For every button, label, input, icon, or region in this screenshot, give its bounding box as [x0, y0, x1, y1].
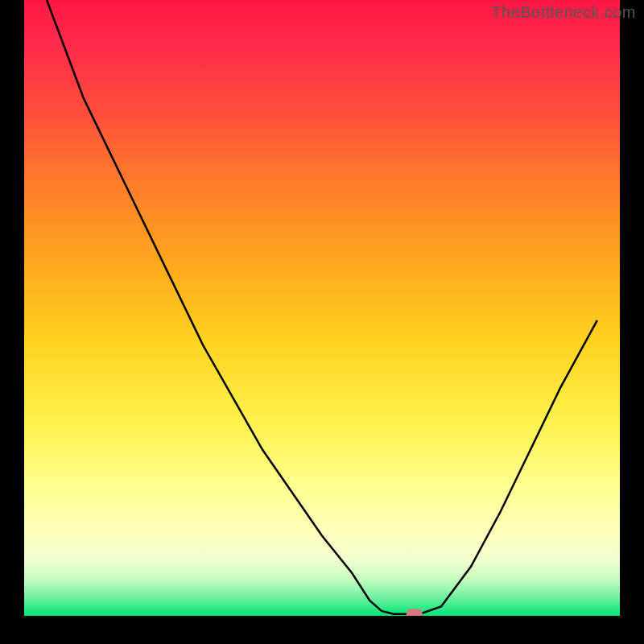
right-black-border	[620, 0, 644, 644]
bottleneck-curve-chart	[0, 0, 644, 644]
watermark-text: TheBottleneck.com	[491, 3, 636, 22]
gradient-background	[24, 0, 620, 616]
bottom-black-border	[0, 616, 644, 644]
left-black-border	[0, 0, 24, 644]
chart-container: TheBottleneck.com	[0, 0, 644, 644]
